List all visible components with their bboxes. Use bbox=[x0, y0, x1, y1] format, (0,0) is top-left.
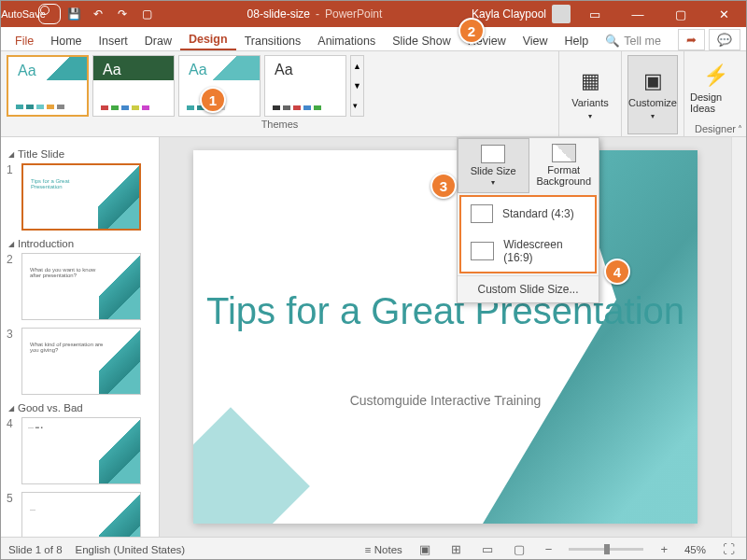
thumb-slide-4[interactable]: ⋯ ▪▪ ▪ bbox=[21, 417, 141, 484]
slide-thumbnail-panel[interactable]: Title Slide 1Tips for a GreatPresentatio… bbox=[1, 137, 160, 537]
section-title-slide[interactable]: Title Slide bbox=[8, 148, 153, 160]
slideshow-view-icon[interactable]: ▢ bbox=[510, 540, 529, 558]
minimize-button[interactable]: — bbox=[619, 1, 656, 27]
thumb-slide-5[interactable]: ⋯ bbox=[21, 492, 141, 537]
fit-window-icon[interactable]: ⛶ bbox=[719, 540, 739, 558]
tab-view[interactable]: View bbox=[514, 31, 557, 50]
lightbulb-icon: 🔍 bbox=[605, 34, 620, 48]
zoom-level[interactable]: 45% bbox=[684, 544, 706, 555]
zoom-in-button[interactable]: + bbox=[656, 540, 671, 558]
ribbon-options-icon[interactable]: ▭ bbox=[576, 1, 613, 27]
thumb-slide-3[interactable]: What kind of presentation areyou giving? bbox=[21, 328, 141, 395]
tell-me-search[interactable]: 🔍Tell me bbox=[597, 30, 669, 50]
tab-draw[interactable]: Draw bbox=[136, 31, 180, 50]
notes-button[interactable]: ≡ Notes bbox=[365, 544, 402, 555]
collapse-ribbon-icon[interactable]: ˄ bbox=[738, 124, 742, 134]
format-background-button[interactable]: Format Background bbox=[529, 138, 599, 193]
theme-thumb-4[interactable]: Aa bbox=[264, 55, 346, 117]
custom-slide-size-button[interactable]: Custom Slide Size... bbox=[458, 275, 599, 302]
tab-home[interactable]: Home bbox=[42, 31, 90, 50]
tab-insert[interactable]: Insert bbox=[91, 31, 136, 50]
design-ideas-button[interactable]: ⚡Design Ideas bbox=[690, 55, 740, 121]
section-good-bad[interactable]: Good vs. Bad bbox=[8, 402, 153, 413]
autosave-toggle[interactable]: AutoSave bbox=[12, 4, 61, 24]
tab-slideshow[interactable]: Slide Show bbox=[384, 31, 459, 50]
user-name: Kayla Claypool bbox=[472, 7, 546, 21]
customize-button[interactable]: ▣Customize▾ bbox=[627, 55, 678, 134]
callout-3: 3 bbox=[430, 173, 457, 199]
thumb-slide-1[interactable]: Tips for a GreatPresentation bbox=[21, 163, 141, 231]
language-status[interactable]: English (United States) bbox=[76, 544, 186, 555]
start-slideshow-icon[interactable]: ▢ bbox=[135, 4, 158, 24]
tab-file[interactable]: File bbox=[7, 31, 42, 50]
slide-counter[interactable]: Slide 1 of 8 bbox=[8, 544, 63, 555]
themes-more-button[interactable]: ▲▼▾ bbox=[350, 55, 364, 117]
toggle-off-icon[interactable] bbox=[38, 4, 61, 24]
group-customize: ▣Customize▾ bbox=[622, 51, 684, 136]
slide-canvas[interactable]: Tips for a Great Presentation Customguid… bbox=[193, 150, 698, 524]
design-ideas-icon: ⚡ bbox=[703, 63, 728, 88]
theme-thumb-1[interactable]: Aa bbox=[7, 55, 89, 117]
slide-title[interactable]: Tips for a Great Presentation bbox=[193, 290, 698, 332]
redo-icon[interactable]: ↷ bbox=[111, 4, 134, 24]
themes-group-label: Themes bbox=[7, 117, 553, 130]
ribbon-tabs: File Home Insert Draw Design Transitions… bbox=[1, 27, 746, 51]
group-variants: ▦Variants▾ bbox=[559, 51, 622, 136]
share-button[interactable]: ➦ bbox=[678, 29, 705, 50]
slide-size-options: Standard (4:3) Widescreen (16:9) bbox=[459, 195, 597, 273]
callout-2: 2 bbox=[458, 18, 485, 44]
callout-1: 1 bbox=[200, 87, 226, 113]
variants-button[interactable]: ▦Variants▾ bbox=[565, 55, 615, 134]
slide-size-icon bbox=[481, 145, 505, 163]
share-icon: ➦ bbox=[686, 33, 697, 47]
normal-view-icon[interactable]: ▣ bbox=[416, 540, 434, 558]
window-title: 08-slide-size - PowerPoint bbox=[158, 7, 472, 21]
save-icon[interactable]: 💾 bbox=[63, 4, 85, 24]
sorter-view-icon[interactable]: ⊞ bbox=[447, 540, 465, 558]
callout-4: 4 bbox=[604, 259, 630, 285]
maximize-button[interactable]: ▢ bbox=[662, 1, 699, 27]
title-bar: AutoSave 💾 ↶ ↷ ▢ 08-slide-size - PowerPo… bbox=[1, 1, 746, 27]
reading-view-icon[interactable]: ▭ bbox=[478, 540, 497, 558]
slide-size-button[interactable]: Slide Size▾ bbox=[458, 138, 529, 193]
tab-transitions[interactable]: Transitions bbox=[236, 31, 310, 50]
close-button[interactable]: ✕ bbox=[705, 1, 742, 27]
section-introduction[interactable]: Introduction bbox=[8, 238, 153, 249]
tab-help[interactable]: Help bbox=[557, 31, 598, 50]
group-themes: Aa Aa Aa Aa ▲▼▾ Themes bbox=[1, 51, 559, 136]
zoom-slider[interactable] bbox=[569, 548, 643, 551]
option-widescreen-169[interactable]: Widescreen (16:9) bbox=[461, 231, 595, 272]
comments-button[interactable]: 💬 bbox=[709, 29, 740, 50]
workspace: Title Slide 1Tips for a GreatPresentatio… bbox=[1, 137, 746, 537]
theme-thumb-2[interactable]: Aa bbox=[92, 55, 175, 117]
thumb-slide-2[interactable]: What do you want to knowafter presentati… bbox=[21, 253, 141, 320]
zoom-out-button[interactable]: − bbox=[542, 540, 557, 558]
autosave-label: AutoSave bbox=[12, 4, 35, 24]
app-name: PowerPoint bbox=[325, 7, 382, 21]
option-standard-43[interactable]: Standard (4:3) bbox=[461, 197, 595, 231]
user-avatar[interactable] bbox=[552, 5, 571, 23]
customize-icon: ▣ bbox=[643, 69, 663, 93]
slide-subtitle[interactable]: Customguide Interactive Training bbox=[193, 393, 698, 408]
designer-group-label: Designer bbox=[690, 121, 740, 134]
variants-icon: ▦ bbox=[581, 69, 600, 93]
tab-animations[interactable]: Animations bbox=[309, 31, 384, 50]
status-bar: Slide 1 of 8 English (United States) ≡ N… bbox=[1, 537, 746, 560]
vertical-scrollbar[interactable] bbox=[731, 137, 746, 537]
customize-dropdown: Slide Size▾ Format Background Standard (… bbox=[457, 137, 599, 303]
undo-icon[interactable]: ↶ bbox=[87, 4, 109, 24]
doc-name: 08-slide-size bbox=[247, 7, 310, 21]
format-bg-icon bbox=[552, 144, 576, 162]
ribbon-design: Aa Aa Aa Aa ▲▼▾ Themes ▦Variants▾ ▣Custo… bbox=[1, 51, 746, 137]
tab-design[interactable]: Design bbox=[180, 29, 236, 50]
comment-icon: 💬 bbox=[717, 33, 732, 47]
quick-access-toolbar: AutoSave 💾 ↶ ↷ ▢ bbox=[1, 4, 158, 24]
